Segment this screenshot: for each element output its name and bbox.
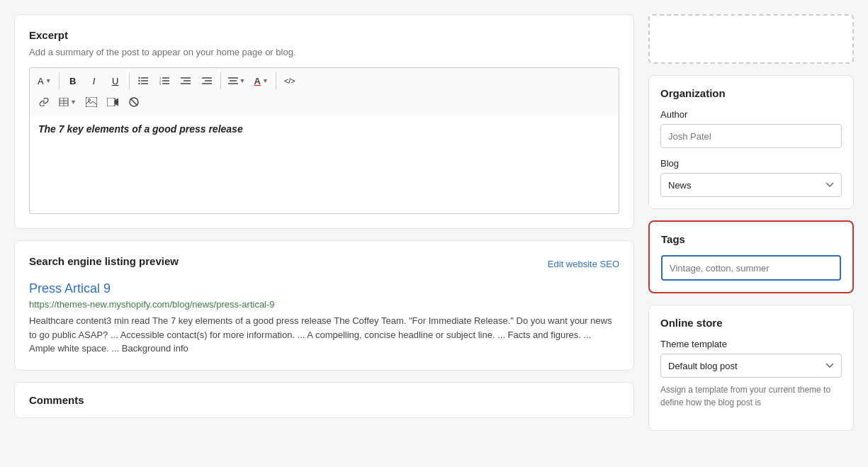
svg-point-4	[138, 80, 140, 81]
blog-label: Blog	[660, 158, 842, 169]
comments-card: Comments	[14, 382, 634, 418]
code-button[interactable]: </>	[280, 71, 300, 91]
underline-button[interactable]: U	[106, 71, 125, 91]
author-field-group: Author	[660, 109, 842, 148]
top-dashed-box	[648, 14, 854, 64]
link-icon	[39, 98, 49, 106]
seo-description: Healthcare content3 min read The 7 key e…	[29, 314, 619, 356]
online-store-card: Online store Theme template Default blog…	[648, 305, 854, 431]
edit-seo-link[interactable]: Edit website SEO	[548, 259, 619, 269]
font-chevron: ▼	[45, 77, 52, 84]
bold-button[interactable]: B	[63, 71, 83, 91]
indent-more-button[interactable]	[197, 71, 217, 91]
excerpt-editor[interactable]: The 7 key elements of a good press relea…	[29, 115, 619, 214]
excerpt-card: Excerpt Add a summary of the post to app…	[14, 14, 634, 229]
theme-template-select[interactable]: Default blog post Custom template	[660, 354, 842, 378]
indent-less-button[interactable]	[176, 71, 196, 91]
blog-field-group: Blog News Blog Press Releases	[660, 158, 842, 197]
toolbar-sep-2	[129, 72, 130, 89]
block-button[interactable]	[124, 92, 144, 112]
font-button[interactable]: A ▼	[34, 71, 55, 91]
indent-more-icon	[202, 77, 212, 85]
svg-line-29	[130, 99, 137, 106]
theme-template-label: Theme template	[660, 339, 842, 349]
blog-select[interactable]: News Blog Press Releases	[660, 173, 842, 197]
ul-button[interactable]	[133, 71, 153, 91]
organization-card: Organization Author Blog News Blog Press…	[648, 75, 854, 209]
font-label: A	[38, 76, 44, 86]
svg-point-26	[88, 99, 90, 101]
svg-point-3	[138, 77, 140, 79]
seo-url: https://themes-new.myshopify.com/blog/ne…	[29, 299, 619, 310]
svg-rect-27	[107, 98, 115, 106]
excerpt-subtitle: Add a summary of the post to appear on y…	[29, 47, 619, 57]
toolbar-sep-4	[276, 72, 276, 89]
toolbar-sep-1	[59, 72, 60, 89]
image-button[interactable]	[81, 92, 101, 112]
video-button[interactable]	[103, 92, 123, 112]
toolbar-sep-3	[220, 72, 221, 89]
toolbar-row-2: ▼	[34, 92, 614, 112]
indent-less-icon	[181, 77, 191, 85]
tags-input[interactable]	[661, 255, 841, 281]
ol-button[interactable]: 1.2.3.	[154, 71, 174, 91]
author-input[interactable]	[660, 124, 842, 148]
seo-header: Search engine listing preview Edit websi…	[29, 255, 619, 273]
svg-point-5	[138, 83, 140, 84]
align-icon	[228, 77, 238, 85]
align-button[interactable]: ▼	[225, 71, 249, 91]
online-store-title: Online store	[660, 317, 842, 329]
svg-text:3.: 3.	[159, 82, 162, 85]
excerpt-content: The 7 key elements of a good press relea…	[38, 123, 243, 135]
italic-button[interactable]: I	[84, 71, 104, 91]
link-button[interactable]	[34, 92, 54, 112]
color-button[interactable]: A ▼	[251, 71, 272, 91]
excerpt-toolbar: A ▼ B I U 1.2.3.	[29, 67, 619, 115]
align-chevron: ▼	[239, 77, 246, 84]
seo-card: Search engine listing preview Edit websi…	[14, 240, 634, 371]
organization-title: Organization	[660, 87, 842, 99]
seo-post-title: Press Artical 9	[29, 281, 619, 296]
color-chevron: ▼	[262, 77, 269, 84]
video-icon	[107, 98, 118, 106]
table-chevron: ▼	[70, 99, 77, 106]
block-icon	[129, 97, 139, 107]
color-label: A	[254, 76, 261, 86]
tags-title: Tags	[661, 233, 841, 245]
table-icon	[59, 98, 69, 106]
table-button[interactable]: ▼	[55, 92, 80, 112]
author-label: Author	[660, 109, 842, 120]
toolbar-row-1: A ▼ B I U 1.2.3.	[34, 71, 614, 91]
online-store-desc: Assign a template from your current them…	[660, 383, 842, 409]
comments-title: Comments	[29, 394, 619, 406]
seo-title: Search engine listing preview	[29, 255, 179, 267]
ul-icon	[138, 77, 148, 85]
tags-card: Tags	[648, 220, 854, 293]
excerpt-title: Excerpt	[29, 29, 619, 41]
image-icon	[86, 97, 97, 107]
ol-icon: 1.2.3.	[159, 77, 169, 85]
theme-template-group: Theme template Default blog post Custom …	[660, 339, 842, 409]
